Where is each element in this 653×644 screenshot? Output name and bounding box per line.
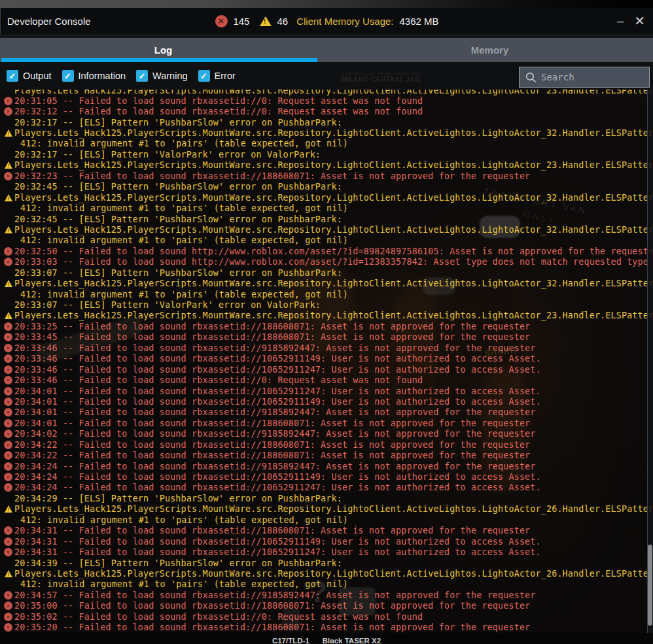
checkbox-checked-icon[interactable] <box>136 70 148 82</box>
log-line-icon-cell: ✕ <box>3 258 14 266</box>
log-line: ✕20:34:24 -- Failed to load sound rbxass… <box>0 461 653 471</box>
error-icon: ✕ <box>4 473 12 481</box>
error-icon: ✕ <box>4 602 12 610</box>
log-line-text: 412: invalid argument #1 to 'pairs' (tab… <box>14 290 348 299</box>
scrollbar-track[interactable] <box>647 90 653 633</box>
log-line-icon-cell: ✕ <box>3 172 14 180</box>
log-line-icon-cell: ✕ <box>3 247 14 256</box>
log-line-text: 20:34:22 -- Failed to load sound rbxasse… <box>14 440 530 450</box>
log-line-text: 20:32:45 -- [ELS] Pattern 'PushbarSlow' … <box>14 182 342 192</box>
log-line-text: 20:33:45 -- Failed to load sound rbxasse… <box>14 332 530 342</box>
log-line-icon-cell: ✕ <box>3 107 14 116</box>
log-line-icon-cell: ✕ <box>3 333 14 341</box>
log-line-icon-cell <box>3 161 14 169</box>
search-box[interactable] <box>519 67 650 88</box>
log-line: ✕20:33:45 -- Failed to load sound rbxass… <box>0 332 653 343</box>
log-line-icon-cell: ✕ <box>3 365 14 374</box>
log-line-text: 20:33:46 -- Failed to load sound rbxasse… <box>14 365 541 375</box>
log-line-text: Players.Lets_Hack125.PlayerScripts.Mount… <box>14 279 653 288</box>
log-line: 20:32:17 -- [ELS] Pattern 'PushbarSlow' … <box>0 117 653 127</box>
log-line-icon-cell: ✕ <box>3 591 14 600</box>
log-line: ✕20:35:00 -- Failed to load sound rbxass… <box>0 601 653 611</box>
log-line-text: 20:34:01 -- Failed to load sound rbxasse… <box>14 397 541 407</box>
warning-icon <box>5 570 12 577</box>
log-line: 412: invalid argument #1 to 'pairs' (tab… <box>0 515 653 525</box>
log-line-text: 20:33:25 -- Failed to load sound rbxasse… <box>14 322 530 331</box>
log-line-text: Players.Lets_Hack125.PlayerScripts.Mount… <box>14 90 653 95</box>
filter-bar: Output Information Warning Error <box>0 62 653 90</box>
log-line: Players.Lets_Hack125.PlayerScripts.Mount… <box>0 224 653 235</box>
checkbox-checked-icon[interactable] <box>7 70 18 82</box>
log-line-text: 20:33:07 -- [ELS] Pattern 'ValorPark' er… <box>14 300 321 310</box>
log-line: 20:34:39 -- [ELS] Pattern 'PushbarSlow' … <box>0 558 653 568</box>
error-icon: ✕ <box>4 365 12 374</box>
log-line: ✕20:34:31 -- Failed to load sound rbxass… <box>0 526 653 536</box>
log-line-icon-cell: ✕ <box>3 344 14 352</box>
close-button[interactable]: ✕ <box>634 13 645 29</box>
log-line: 20:32:17 -- [ELS] Pattern 'ValorPark' er… <box>0 149 653 160</box>
scrollbar-thumb[interactable] <box>648 545 652 626</box>
error-count-icon: ✕ <box>215 15 227 27</box>
tab-memory[interactable]: Memory <box>326 38 653 62</box>
log-line-text: 20:34:01 -- Failed to load sound rbxasse… <box>14 418 530 428</box>
warning-count: 46 <box>277 16 288 27</box>
error-icon: ✕ <box>4 623 12 632</box>
log-line-icon-cell: ✕ <box>3 97 14 105</box>
search-input[interactable] <box>541 72 649 82</box>
log-line-text: Players.Lets_Hack125.PlayerScripts.Mount… <box>14 193 653 203</box>
error-icon: ✕ <box>4 172 12 180</box>
log-line: 20:32:45 -- [ELS] Pattern 'PushbarSlow' … <box>0 214 653 224</box>
log-line: ✕20:34:24 -- Failed to load sound rbxass… <box>0 471 653 482</box>
warning-count-icon <box>259 16 271 26</box>
error-icon: ✕ <box>4 258 12 266</box>
log-line: Players.Lets_Hack125.PlayerScripts.Mount… <box>0 311 653 321</box>
warning-icon <box>5 129 12 137</box>
filter-warning[interactable]: Warning <box>136 70 191 82</box>
log-line-text: 20:34:31 -- Failed to load sound rbxasse… <box>14 526 530 535</box>
log-line-text: 20:32:23 -- Failed to load sound rbxasse… <box>14 171 530 181</box>
log-line-text: 20:34:02 -- Failed to load sound rbxasse… <box>14 429 536 439</box>
filter-error[interactable]: Error <box>198 70 239 82</box>
log-line: 20:34:29 -- [ELS] Pattern 'PushbarSlow' … <box>0 493 653 503</box>
log-line: ✕20:32:12 -- Failed to load sound rbxass… <box>0 106 653 116</box>
error-icon: ✕ <box>4 451 12 460</box>
log-line: ✕20:34:01 -- Failed to load sound rbxass… <box>0 396 653 407</box>
log-line: ✕20:34:02 -- Failed to load sound rbxass… <box>0 429 653 439</box>
filter-output[interactable]: Output <box>7 70 56 82</box>
log-line-text: Players.Lets_Hack125.PlayerScripts.Mount… <box>14 569 653 579</box>
filter-information[interactable]: Information <box>62 70 130 82</box>
error-icon: ✕ <box>4 376 12 384</box>
log-line-icon-cell: ✕ <box>3 419 14 428</box>
log-line-icon-cell: ✕ <box>3 526 14 535</box>
error-icon: ✕ <box>4 333 12 341</box>
log-line-text: 20:32:17 -- [ELS] Pattern 'ValorPark' er… <box>14 150 321 160</box>
error-icon: ✕ <box>4 548 12 556</box>
log-line-icon-cell <box>3 505 14 513</box>
error-icon: ✕ <box>4 398 12 406</box>
log-line: ✕20:34:31 -- Failed to load sound rbxass… <box>0 536 653 547</box>
log-line-text: 20:34:31 -- Failed to load sound rbxasse… <box>14 547 541 557</box>
log-line: ✕20:34:01 -- Failed to load sound rbxass… <box>0 407 653 418</box>
filter-information-label: Information <box>79 71 126 81</box>
log-line-icon-cell: ✕ <box>3 473 14 481</box>
hud-vehicle-text: C17/TLD-1 <box>272 637 309 644</box>
checkbox-checked-icon[interactable] <box>198 70 210 82</box>
log-line: ✕20:32:23 -- Failed to load sound rbxass… <box>0 171 653 181</box>
error-icon: ✕ <box>4 247 12 256</box>
minimize-button[interactable]: – <box>617 18 624 24</box>
filter-output-label: Output <box>23 71 52 81</box>
log-line-icon-cell: ✕ <box>3 376 14 384</box>
log-line-text: 20:34:57 -- Failed to load sound rbxasse… <box>14 590 536 600</box>
log-line-text: 412: invalid argument #1 to 'pairs' (tab… <box>14 515 348 525</box>
log-line-text: 412: invalid argument #1 to 'pairs' (tab… <box>14 139 348 148</box>
log-line-icon-cell <box>3 570 14 577</box>
hud-item-text: Black TASER X2 <box>323 637 381 644</box>
log-line-icon-cell: ✕ <box>3 613 14 621</box>
log-line-icon-cell: ✕ <box>3 408 14 416</box>
log-line-icon-cell: ✕ <box>3 602 14 610</box>
checkbox-checked-icon[interactable] <box>62 70 74 82</box>
window-controls: – ✕ <box>617 13 645 29</box>
log-line: ✕20:34:01 -- Failed to load sound rbxass… <box>0 418 653 428</box>
log-line-text: 20:33:46 -- Failed to load sound rbxasse… <box>14 354 541 364</box>
log-line-text: Players.Lets_Hack125.PlayerScripts.Mount… <box>14 225 653 235</box>
